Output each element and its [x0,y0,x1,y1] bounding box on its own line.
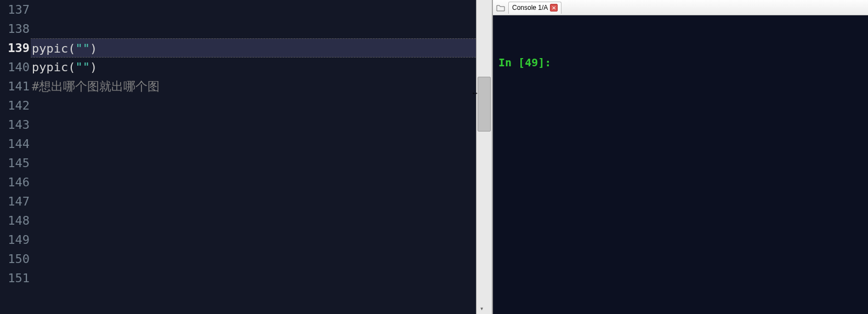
code-line[interactable] [31,192,476,211]
line-number: 143 [0,115,31,134]
scrollbar-thumb[interactable] [478,77,491,132]
line-number: 142 [0,96,31,115]
code-line[interactable]: pypic("") [31,58,476,77]
line-number: 147 [0,192,31,211]
line-number-active: 139 [0,38,31,58]
code-line[interactable] [31,0,476,19]
editor-scrollbar[interactable]: ▾ [476,0,492,314]
code-line[interactable] [31,134,476,153]
token-comment: #想出哪个图就出哪个图 [32,79,160,93]
line-number: 146 [0,173,31,192]
line-number-gutter: 137 138 139 140 141 142 143 144 145 146 … [0,0,31,314]
token-func: pypic [32,60,68,74]
code-line[interactable] [31,173,476,192]
folder-icon[interactable] [496,4,505,12]
token-paren: ( [68,42,75,55]
code-line[interactable] [31,269,476,288]
editor-pane[interactable]: 137 138 139 140 141 142 143 144 145 146 … [0,0,476,314]
code-line[interactable] [31,211,476,230]
ide-container: 137 138 139 140 141 142 143 144 145 146 … [0,0,868,314]
code-area[interactable]: pypic("") pypic("") #想出哪个图就出哪个图 [31,0,476,314]
line-number: 140 [0,58,31,77]
code-line[interactable]: #想出哪个图就出哪个图 [31,77,476,96]
line-number: 141 [0,77,31,96]
pane-splitter[interactable]: ▾ ↔ [476,0,492,314]
line-number: 150 [0,249,31,269]
code-line[interactable] [31,230,476,249]
line-number: 148 [0,211,31,230]
token-string: "" [75,42,90,55]
token-func: pypic [32,42,68,55]
prompt-close-label: ]: [538,56,551,69]
line-number: 144 [0,134,31,153]
prompt-number: 49 [525,56,538,69]
prompt-in-label: In [ [498,56,525,69]
token-string: "" [75,60,90,74]
line-number: 149 [0,230,31,249]
code-line[interactable] [31,96,476,115]
console-prompt: In [49]: [498,56,868,69]
code-line[interactable] [31,115,476,134]
close-icon[interactable]: ✕ [550,4,558,12]
line-number: 145 [0,153,31,173]
code-line-active[interactable]: pypic("") [31,38,476,58]
line-number: 137 [0,0,31,19]
token-paren: ) [90,60,97,74]
token-paren: ) [90,42,97,55]
line-number: 151 [0,269,31,288]
token-paren: ( [68,60,75,74]
code-line[interactable] [31,153,476,173]
console-pane: Console 1/A ✕ In [49]: [492,0,868,314]
console-tab-label: Console 1/A [512,4,548,12]
scroll-down-arrow-icon[interactable]: ▾ [480,305,484,313]
console-tab[interactable]: Console 1/A ✕ [508,2,561,14]
console-tab-bar: Console 1/A ✕ [493,0,868,15]
line-number: 138 [0,19,31,38]
code-line[interactable] [31,19,476,38]
code-line[interactable] [31,249,476,269]
console-body[interactable]: In [49]: [493,15,868,314]
